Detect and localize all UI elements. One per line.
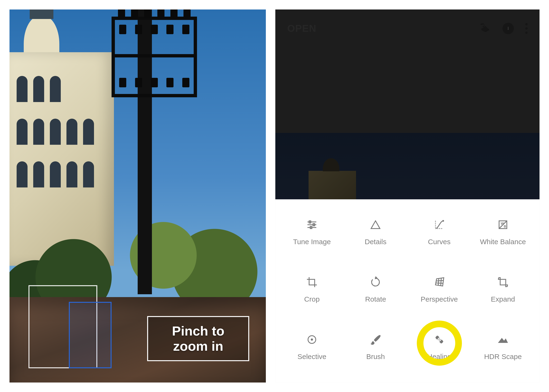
curves-icon [432, 217, 446, 232]
pinch-hint-text: Pinch to zoom in [172, 323, 225, 354]
info-icon[interactable] [502, 23, 514, 34]
tool-brush[interactable]: Brush [344, 318, 407, 375]
tool-label: HDR Scape [484, 352, 522, 361]
pinch-hint-overlay: Pinch to zoom in [147, 316, 249, 361]
svg-marker-32 [498, 338, 508, 343]
rotate-icon [368, 275, 383, 289]
tool-label: Perspective [421, 295, 458, 303]
tool-label: Expand [491, 295, 515, 303]
svg-line-19 [436, 280, 443, 281]
svg-text:B: B [504, 224, 506, 228]
open-button[interactable]: OPEN [287, 23, 317, 34]
svg-marker-18 [435, 278, 443, 286]
tool-label: Details [365, 238, 387, 246]
tool-label: Brush [366, 352, 385, 361]
svg-line-21 [438, 278, 439, 286]
tool-label: Tune Image [293, 238, 331, 246]
tool-label: Rotate [365, 295, 386, 303]
tools-grid: Tune Image Details Curves WB White Balan… [275, 199, 540, 383]
svg-point-24 [311, 338, 313, 341]
perspective-icon [432, 275, 446, 289]
expand-icon [496, 275, 510, 289]
white-balance-icon: WB [496, 217, 510, 232]
svg-line-20 [436, 283, 443, 283]
tool-label: Selective [297, 352, 326, 361]
tool-details[interactable]: Details [344, 203, 407, 260]
tool-crop[interactable]: Crop [280, 260, 344, 318]
crop-icon [305, 275, 319, 289]
svg-line-22 [441, 278, 441, 286]
tune-icon [305, 217, 319, 232]
hdr-scape-icon [496, 332, 510, 347]
topbar: OPEN [275, 9, 540, 48]
tool-label: Healing [427, 352, 451, 361]
undo-stack-icon[interactable] [479, 22, 491, 35]
tool-rotate[interactable]: Rotate [344, 260, 407, 318]
tool-perspective[interactable]: Perspective [408, 260, 471, 318]
brush-icon [368, 332, 383, 347]
tool-hdr-scape[interactable]: HDR Scape [471, 318, 535, 375]
tool-tune-image[interactable]: Tune Image [280, 203, 344, 260]
svg-point-12 [442, 220, 444, 222]
svg-point-1 [508, 27, 509, 28]
svg-marker-9 [371, 221, 380, 229]
photo-panel[interactable]: Pinch to zoom in [9, 9, 266, 383]
tool-selective[interactable]: Selective [280, 318, 344, 375]
tool-white-balance[interactable]: WB White Balance [471, 203, 535, 260]
tool-expand[interactable]: Expand [471, 260, 535, 318]
tool-healing[interactable]: Healing [408, 318, 471, 375]
selective-icon [305, 332, 319, 347]
tool-curves[interactable]: Curves [408, 203, 471, 260]
selection-rect-inner [69, 302, 112, 368]
tool-label: Curves [428, 238, 450, 246]
image-preview[interactable] [275, 48, 540, 199]
more-menu-icon[interactable] [525, 23, 528, 34]
healing-icon [432, 332, 446, 347]
svg-rect-2 [508, 28, 509, 30]
image-dim-overlay [275, 48, 540, 199]
details-icon [368, 217, 383, 232]
snapseed-panel: OPEN Tune Image Details [275, 9, 540, 383]
tool-label: White Balance [480, 238, 526, 246]
photo-lighting-rig [112, 17, 197, 97]
tool-label: Crop [304, 295, 320, 303]
